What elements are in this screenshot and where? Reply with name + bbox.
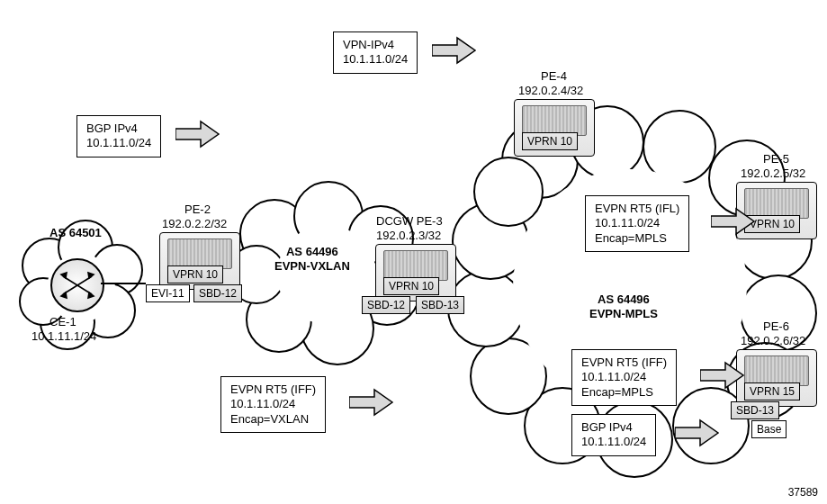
text: EVPN RT5 (IFF) xyxy=(230,382,316,397)
text: 10.1.11.0/24 xyxy=(343,52,408,67)
route-evpn-mpls-pe6: EVPN RT5 (IFF) 10.1.11.0/24 Encap=MPLS xyxy=(571,349,677,406)
text: EVPN RT5 (IFL) xyxy=(595,202,679,216)
label-ce-1-addr: 10.1.11.1/24 xyxy=(31,329,96,344)
label-pe-4-addr: 192.0.2.4/32 xyxy=(518,84,583,98)
badge-pe-3-sbd-l: SBD-12 xyxy=(362,296,410,314)
doc-id: 37589 xyxy=(788,486,818,499)
text: EVPN RT5 (IFF) xyxy=(581,356,667,370)
text: 10.1.11.0/24 xyxy=(581,435,646,449)
svg-marker-31 xyxy=(432,38,475,63)
text: 10.1.11.0/24 xyxy=(595,216,679,230)
label-pe-6-addr: 192.0.2.6/32 xyxy=(741,334,805,348)
text: 10.1.11.0/24 xyxy=(581,370,667,384)
label-as-64496-mpls: AS 64496 EVPN-MPLS xyxy=(589,292,658,322)
svg-point-28 xyxy=(474,158,543,226)
text: BGP IPv4 xyxy=(86,122,151,136)
arrow-icon xyxy=(675,418,720,447)
arrow-icon xyxy=(432,36,477,65)
badge-pe-3-vprn: VPRN 10 xyxy=(383,277,439,295)
badge-pe-6-vprn: VPRN 15 xyxy=(744,382,800,400)
text: VPN-IPv4 xyxy=(343,38,408,52)
text: 10.1.11.0/24 xyxy=(230,397,316,411)
arrow-icon xyxy=(700,361,745,390)
svg-marker-34 xyxy=(700,363,743,388)
badge-pe-6-base: Base xyxy=(751,420,787,438)
badge-pe-2-evi: EVI-11 xyxy=(146,284,190,302)
route-evpn-vxlan: EVPN RT5 (IFF) 10.1.11.0/24 Encap=VXLAN xyxy=(220,376,326,433)
label-pe-2-name: PE-2 xyxy=(184,202,211,217)
route-evpn-mpls-pe5: EVPN RT5 (IFL) 10.1.11.0/24 Encap=MPLS xyxy=(585,195,689,252)
text: Encap=VXLAN xyxy=(230,412,316,427)
svg-marker-35 xyxy=(675,420,718,446)
badge-pe-2-sbd: SBD-12 xyxy=(193,284,242,302)
label-as-64501: AS 64501 xyxy=(49,226,102,240)
badge-pe-2-vprn: VPRN 10 xyxy=(167,266,223,284)
label-pe-5-addr: 192.0.2.5/32 xyxy=(741,166,805,181)
label-pe-5-name: PE-5 xyxy=(763,152,789,166)
arrow-icon xyxy=(175,120,220,148)
text: Encap=MPLS xyxy=(581,385,667,400)
text: Encap=MPLS xyxy=(595,231,679,246)
label-pe-3-addr: 192.0.2.3/32 xyxy=(376,229,441,243)
label-pe-6-name: PE-6 xyxy=(763,320,789,334)
arrow-icon xyxy=(711,207,756,236)
text: BGP IPv4 xyxy=(581,420,646,435)
svg-marker-30 xyxy=(175,122,219,147)
route-vpn-ipv4: VPN-IPv4 10.1.11.0/24 xyxy=(333,32,418,74)
svg-marker-33 xyxy=(711,209,754,234)
route-bgp-ipv4-pe6: BGP IPv4 10.1.11.0/24 xyxy=(571,414,656,456)
label-ce-1-name: CE-1 xyxy=(49,315,76,329)
badge-pe-6-sbd: SBD-13 xyxy=(731,401,779,419)
svg-marker-32 xyxy=(349,390,392,415)
arrow-icon xyxy=(349,388,394,417)
label-pe-2-addr: 192.0.2.2/32 xyxy=(162,217,227,231)
text: 10.1.11.0/24 xyxy=(86,136,151,150)
label-pe-4-name: PE-4 xyxy=(541,69,567,84)
label-pe-3-name: DCGW PE-3 xyxy=(376,214,443,229)
badge-pe-4-vprn: VPRN 10 xyxy=(522,132,578,150)
route-bgp-ipv4-left: BGP IPv4 10.1.11.0/24 xyxy=(76,115,161,158)
link-ce1-pe2 xyxy=(101,283,146,284)
label-as-64496-vxlan: AS 64496 EVPN-VXLAN xyxy=(274,245,350,274)
badge-pe-3-sbd-r: SBD-13 xyxy=(416,296,464,314)
ce-1-router-icon xyxy=(50,258,104,312)
